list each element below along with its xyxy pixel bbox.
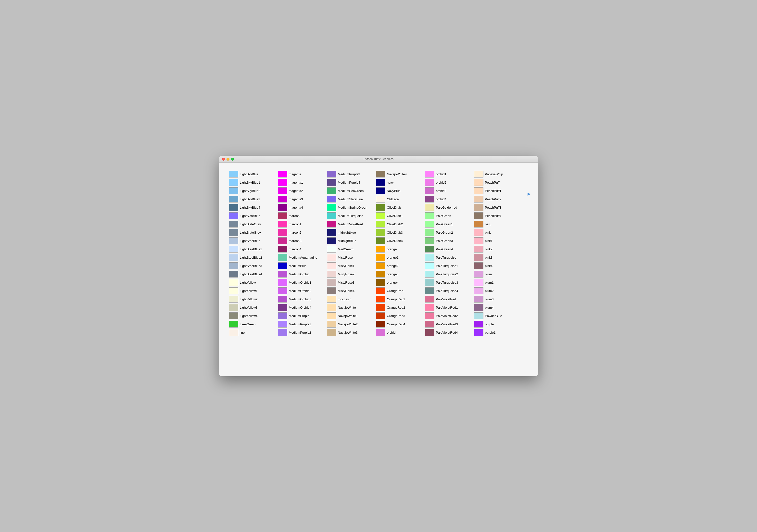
color-swatch bbox=[278, 271, 287, 277]
color-name: NavajoWhite bbox=[338, 306, 356, 309]
color-name: orange2 bbox=[387, 264, 399, 268]
color-name: plum2 bbox=[485, 289, 494, 293]
color-name: LightSteelBlue3 bbox=[240, 264, 262, 268]
titlebar: Python Turtle Graphics bbox=[219, 156, 538, 163]
color-swatch bbox=[327, 329, 336, 336]
color-row: LightSlateBlue bbox=[229, 211, 278, 220]
color-row: MistyRose1 bbox=[327, 262, 376, 270]
color-swatch bbox=[327, 312, 336, 319]
color-row: LightSkyBlue3 bbox=[229, 195, 278, 203]
color-name: LightSkyBlue4 bbox=[240, 206, 260, 209]
color-name: MediumPurple bbox=[289, 314, 309, 318]
color-name: MediumOrchid3 bbox=[289, 297, 311, 301]
color-swatch bbox=[376, 229, 385, 236]
color-row: navy bbox=[376, 178, 425, 187]
color-swatch bbox=[474, 329, 483, 336]
color-row: maroon2 bbox=[278, 228, 327, 236]
color-row: LightYellow4 bbox=[229, 312, 278, 320]
color-name: PeachPuff3 bbox=[485, 206, 501, 209]
color-name: OrangeRed2 bbox=[387, 306, 405, 309]
color-name: linen bbox=[240, 331, 246, 334]
color-row: OliveDrab3 bbox=[376, 228, 425, 236]
color-name: orchid bbox=[387, 331, 395, 334]
color-swatch bbox=[425, 329, 435, 336]
color-swatch bbox=[327, 179, 336, 186]
color-swatch bbox=[376, 271, 385, 277]
window-title: Python Turtle Graphics bbox=[364, 157, 393, 161]
color-row: plum4 bbox=[474, 303, 523, 312]
color-row: PaleVioletRed1 bbox=[425, 303, 474, 312]
color-row: PaleVioletRed bbox=[425, 295, 474, 303]
color-row: PaleVioletRed4 bbox=[425, 328, 474, 337]
color-swatch bbox=[474, 254, 483, 261]
color-swatch bbox=[327, 279, 336, 286]
color-name: orchid1 bbox=[436, 172, 446, 176]
color-swatch bbox=[376, 304, 385, 311]
color-swatch bbox=[278, 246, 287, 253]
color-row: plum1 bbox=[474, 278, 523, 287]
color-swatch bbox=[327, 229, 336, 236]
color-name: LightSlateGrey bbox=[240, 231, 261, 235]
color-swatch bbox=[376, 221, 385, 228]
color-row: PaleGreen bbox=[425, 211, 474, 220]
color-row: LightSlateGrey bbox=[229, 228, 278, 236]
color-row: LightSkyBlue2 bbox=[229, 187, 278, 195]
color-name: PeachPuff4 bbox=[485, 214, 501, 218]
color-swatch bbox=[229, 287, 238, 294]
color-swatch bbox=[229, 271, 238, 277]
color-swatch bbox=[327, 204, 336, 211]
color-name: plum3 bbox=[485, 297, 494, 301]
color-name: maroon bbox=[289, 214, 300, 218]
color-row: pink1 bbox=[474, 236, 523, 245]
color-column-4: orchid1orchid2orchid3orchid4PaleGoldenro… bbox=[425, 170, 474, 337]
color-row: pink3 bbox=[474, 253, 523, 262]
main-window: Python Turtle Graphics LightSkyBlueLight… bbox=[219, 156, 538, 376]
color-row: NavajoWhite bbox=[327, 303, 376, 312]
color-swatch bbox=[376, 279, 385, 286]
color-row: LightYellow3 bbox=[229, 303, 278, 312]
color-name: LightYellow3 bbox=[240, 306, 257, 309]
color-swatch bbox=[474, 237, 483, 244]
color-swatch bbox=[425, 312, 435, 319]
color-row: LightYellow bbox=[229, 278, 278, 287]
color-row: pink bbox=[474, 228, 523, 236]
color-name: OrangeRed3 bbox=[387, 314, 405, 318]
maximize-button[interactable] bbox=[231, 158, 234, 161]
color-row: PaleTurquoise1 bbox=[425, 262, 474, 270]
color-row: PeachPuff2 bbox=[474, 195, 523, 203]
color-swatch bbox=[327, 237, 336, 244]
color-swatch bbox=[376, 171, 385, 177]
color-swatch bbox=[376, 179, 385, 186]
color-swatch bbox=[474, 229, 483, 236]
color-swatch bbox=[278, 196, 287, 203]
color-name: PaleGreen3 bbox=[436, 239, 453, 243]
color-row: magenta1 bbox=[278, 178, 327, 187]
color-row: MistyRose bbox=[327, 253, 376, 262]
color-name: purple1 bbox=[485, 331, 496, 334]
close-button[interactable] bbox=[222, 158, 225, 161]
color-row: LightSlateGray bbox=[229, 220, 278, 228]
color-row: LightSteelBlue2 bbox=[229, 253, 278, 262]
color-row: orchid1 bbox=[425, 170, 474, 178]
color-row: NavajoWhite4 bbox=[376, 170, 425, 178]
color-swatch bbox=[474, 304, 483, 311]
color-row: LightSkyBlue1 bbox=[229, 178, 278, 187]
color-swatch bbox=[425, 287, 435, 294]
color-swatch bbox=[278, 212, 287, 219]
color-name: orange3 bbox=[387, 272, 399, 276]
color-swatch bbox=[376, 204, 385, 211]
color-swatch bbox=[278, 237, 287, 244]
color-swatch bbox=[278, 312, 287, 319]
color-row: OrangeRed3 bbox=[376, 312, 425, 320]
color-name: LightSkyBlue bbox=[240, 172, 258, 176]
color-swatch bbox=[229, 229, 238, 236]
color-name: LightSteelBlue2 bbox=[240, 256, 262, 259]
color-row: PaleGreen2 bbox=[425, 228, 474, 236]
color-name: LightSkyBlue3 bbox=[240, 197, 260, 201]
minimize-button[interactable] bbox=[227, 158, 229, 161]
color-swatch bbox=[425, 279, 435, 286]
color-name: NavyBlue bbox=[387, 189, 401, 193]
color-row: MediumPurple4 bbox=[327, 178, 376, 187]
scroll-arrow[interactable]: ▶ bbox=[528, 192, 530, 196]
color-row: orange3 bbox=[376, 270, 425, 278]
